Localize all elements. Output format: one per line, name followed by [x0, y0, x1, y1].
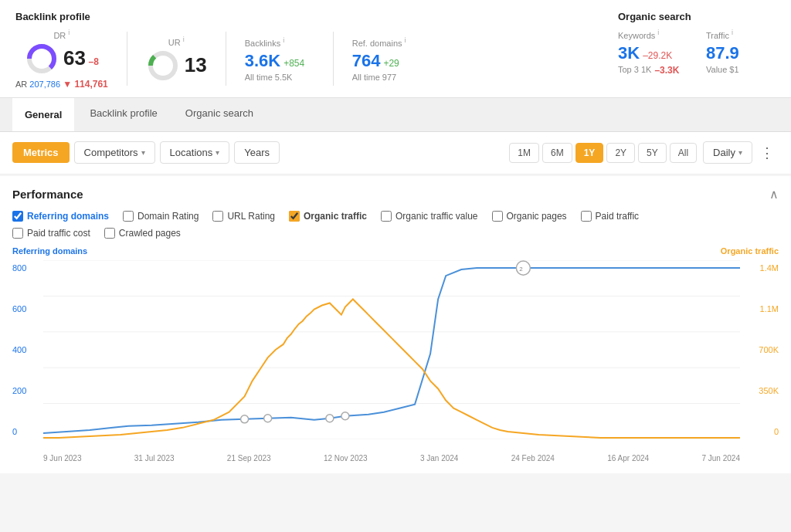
- performance-section: Performance ∧ Referring domains Domain R…: [0, 176, 791, 473]
- toolbar: Metrics Competitors ▾ Locations ▾ Years …: [0, 132, 791, 175]
- traffic-sub: Value $1: [706, 65, 776, 74]
- organic-search-title: Organic search: [618, 11, 776, 22]
- svg-point-14: [516, 261, 530, 275]
- ref-domains-block: Ref. domains i 764 +29 All time 977: [352, 36, 422, 82]
- years-button[interactable]: Years: [234, 141, 280, 164]
- checkbox-paid-traffic-cost[interactable]: Paid traffic cost: [12, 228, 90, 239]
- time-5y[interactable]: 5Y: [638, 143, 667, 163]
- more-options-button[interactable]: ⋮: [755, 141, 779, 164]
- time-1m[interactable]: 1M: [509, 143, 539, 163]
- chevron-down-icon: ▾: [738, 148, 742, 157]
- ar-value: 207,786: [29, 80, 60, 89]
- performance-title: Performance: [12, 188, 83, 201]
- checkbox-organic-traffic[interactable]: Organic traffic: [289, 211, 367, 222]
- ref-domains-value: 764: [352, 51, 381, 71]
- ar-row: AR 207,786 ▼ 114,761: [15, 79, 108, 90]
- checkbox-url-rating[interactable]: URL Rating: [212, 211, 275, 222]
- y-axis-left: 800 600 400 200 0: [12, 260, 26, 439]
- locations-dropdown[interactable]: Locations ▾: [160, 141, 230, 164]
- backlinks-value: 3.6K: [245, 51, 280, 71]
- ar-change: ▼ 114,761: [63, 79, 108, 90]
- svg-point-10: [241, 415, 249, 422]
- backlinks-change: +854: [283, 58, 304, 69]
- toolbar-left: Metrics Competitors ▾ Locations ▾ Years: [12, 141, 280, 164]
- svg-point-11: [264, 414, 272, 422]
- tab-general[interactable]: General: [12, 98, 74, 131]
- x-axis-labels: 9 Jun 2023 31 Jul 2023 21 Sep 2023 12 No…: [43, 454, 740, 463]
- tab-organic-search[interactable]: Organic search: [173, 98, 266, 131]
- chevron-down-icon: ▾: [141, 148, 145, 157]
- dr-change: –8: [88, 56, 98, 67]
- tab-backlink-profile[interactable]: Backlink profile: [77, 98, 169, 131]
- collapse-button[interactable]: ∧: [769, 187, 779, 202]
- checkbox-crawled-pages[interactable]: Crawled pages: [104, 228, 181, 239]
- chart-svg-container: 2: [43, 260, 740, 439]
- toolbar-right: 1M 6M 1Y 2Y 5Y All Daily ▾ ⋮: [509, 141, 779, 164]
- ur-value: 13: [185, 53, 207, 77]
- checkbox-organic-traffic-value[interactable]: Organic traffic value: [381, 211, 478, 222]
- checkbox-row-2: Paid traffic cost Crawled pages: [12, 228, 779, 239]
- keywords-value: 3K: [618, 43, 640, 63]
- svg-point-13: [341, 412, 349, 419]
- dr-value: 63: [63, 46, 86, 69]
- traffic-block: Traffic i 87.9 Value $1: [706, 29, 776, 76]
- daily-dropdown[interactable]: Daily ▾: [703, 141, 752, 164]
- chart-area: Referring domains Organic traffic 800 60…: [12, 246, 779, 463]
- ref-domains-alltime: All time 977: [352, 73, 422, 82]
- ref-domains-change: +29: [383, 58, 399, 69]
- ur-label: UR i: [168, 36, 185, 47]
- backlinks-block: Backlinks i 3.6K +854 All time 5.5K: [245, 36, 314, 82]
- keywords-block: Keywords i 3K –29.2K Top 3 1K –3.3K: [618, 29, 687, 76]
- time-1y[interactable]: 1Y: [575, 143, 604, 163]
- traffic-value: 87.9: [706, 43, 739, 63]
- ur-donut: [146, 49, 180, 83]
- backlinks-alltime: All time 5.5K: [245, 73, 314, 82]
- svg-point-12: [326, 414, 334, 422]
- dr-label: DR i: [53, 29, 70, 40]
- time-all[interactable]: All: [670, 143, 697, 163]
- checkbox-referring-domains[interactable]: Referring domains: [12, 211, 109, 222]
- axis-right-label: Organic traffic: [721, 246, 779, 256]
- y-axis-right: 1.4M 1.1M 700K 350K 0: [759, 260, 779, 439]
- chevron-down-icon: ▾: [216, 148, 219, 157]
- backlink-profile-title: Backlink profile: [15, 11, 422, 22]
- checkbox-organic-pages[interactable]: Organic pages: [492, 211, 567, 222]
- svg-text:2: 2: [519, 266, 523, 273]
- checkbox-domain-rating[interactable]: Domain Rating: [123, 211, 199, 222]
- time-2y[interactable]: 2Y: [606, 143, 635, 163]
- checkbox-row-1: Referring domains Domain Rating URL Rati…: [12, 211, 779, 222]
- metrics-button[interactable]: Metrics: [12, 142, 70, 163]
- keywords-sub: Top 3 1K –3.3K: [618, 65, 687, 76]
- nav-tabs: General Backlink profile Organic search: [0, 98, 791, 132]
- keywords-change: –29.2K: [643, 50, 672, 61]
- competitors-dropdown[interactable]: Competitors ▾: [74, 141, 155, 164]
- chart-svg: 2: [43, 260, 740, 439]
- time-6m[interactable]: 6M: [542, 143, 572, 163]
- axis-left-label: Referring domains: [12, 246, 87, 256]
- checkbox-paid-traffic[interactable]: Paid traffic: [581, 211, 639, 222]
- dr-donut: [25, 42, 59, 76]
